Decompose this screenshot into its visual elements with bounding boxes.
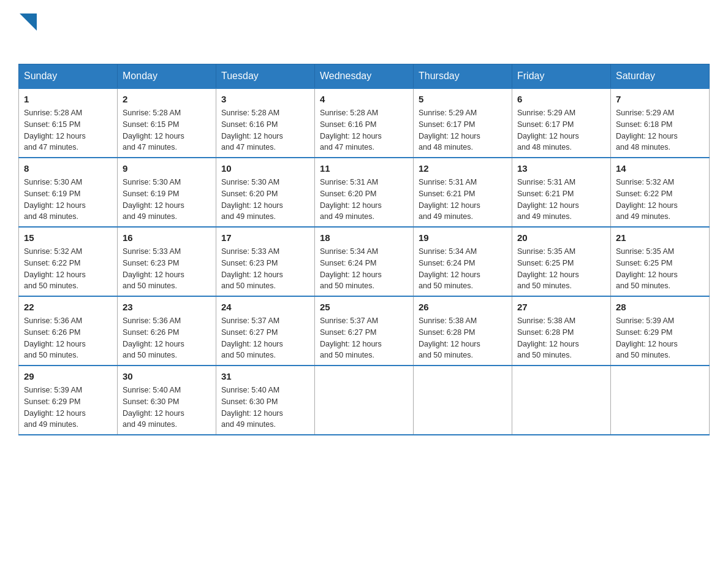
- header-thursday: Thursday: [414, 64, 512, 89]
- day-number: 11: [320, 162, 408, 175]
- day-number: 21: [616, 231, 704, 244]
- header-saturday: Saturday: [611, 64, 710, 89]
- calendar-day-cell: [512, 366, 611, 435]
- calendar-week-row: 29Sunrise: 5:39 AMSunset: 6:29 PMDayligh…: [19, 366, 710, 435]
- calendar-day-cell: 18Sunrise: 5:34 AMSunset: 6:24 PMDayligh…: [315, 227, 414, 296]
- day-number: 16: [123, 231, 211, 244]
- day-info: Sunrise: 5:35 AMSunset: 6:25 PMDaylight:…: [517, 246, 605, 292]
- day-info: Sunrise: 5:33 AMSunset: 6:23 PMDaylight:…: [123, 246, 211, 292]
- day-info: Sunrise: 5:33 AMSunset: 6:23 PMDaylight:…: [221, 246, 309, 292]
- day-info: Sunrise: 5:40 AMSunset: 6:30 PMDaylight:…: [123, 385, 211, 431]
- calendar-day-cell: [315, 366, 414, 435]
- calendar-day-cell: 22Sunrise: 5:36 AMSunset: 6:26 PMDayligh…: [19, 296, 118, 366]
- day-info: Sunrise: 5:37 AMSunset: 6:27 PMDaylight:…: [320, 315, 408, 361]
- day-info: Sunrise: 5:30 AMSunset: 6:19 PMDaylight:…: [123, 177, 211, 223]
- day-info: Sunrise: 5:28 AMSunset: 6:15 PMDaylight:…: [24, 107, 112, 153]
- day-info: Sunrise: 5:36 AMSunset: 6:26 PMDaylight:…: [123, 315, 211, 361]
- calendar-week-row: 8Sunrise: 5:30 AMSunset: 6:19 PMDaylight…: [19, 158, 710, 227]
- calendar-day-cell: 19Sunrise: 5:34 AMSunset: 6:24 PMDayligh…: [414, 227, 512, 296]
- day-number: 27: [517, 301, 605, 313]
- day-number: 24: [221, 301, 309, 313]
- calendar-day-cell: 6Sunrise: 5:29 AMSunset: 6:17 PMDaylight…: [512, 88, 611, 158]
- calendar-day-cell: [414, 366, 512, 435]
- day-info: Sunrise: 5:38 AMSunset: 6:28 PMDaylight:…: [517, 315, 605, 361]
- day-number: 5: [419, 93, 507, 105]
- calendar-day-cell: 11Sunrise: 5:31 AMSunset: 6:20 PMDayligh…: [315, 158, 414, 227]
- day-info: Sunrise: 5:32 AMSunset: 6:22 PMDaylight:…: [24, 246, 112, 292]
- day-number: 26: [419, 301, 507, 313]
- day-number: 18: [320, 231, 408, 244]
- calendar-day-cell: 21Sunrise: 5:35 AMSunset: 6:25 PMDayligh…: [611, 227, 710, 296]
- day-number: 1: [24, 93, 112, 105]
- day-info: Sunrise: 5:30 AMSunset: 6:20 PMDaylight:…: [221, 177, 309, 223]
- calendar-day-cell: 30Sunrise: 5:40 AMSunset: 6:30 PMDayligh…: [118, 366, 216, 435]
- day-number: 8: [24, 162, 112, 175]
- calendar-day-cell: 5Sunrise: 5:29 AMSunset: 6:17 PMDaylight…: [414, 88, 512, 158]
- day-number: 20: [517, 231, 605, 244]
- day-info: Sunrise: 5:34 AMSunset: 6:24 PMDaylight:…: [320, 246, 408, 292]
- day-number: 23: [123, 301, 211, 313]
- page-header: [18, 12, 710, 52]
- calendar-day-cell: 13Sunrise: 5:31 AMSunset: 6:21 PMDayligh…: [512, 158, 611, 227]
- calendar-day-cell: 10Sunrise: 5:30 AMSunset: 6:20 PMDayligh…: [216, 158, 315, 227]
- day-number: 30: [123, 370, 211, 383]
- calendar-table: Sunday Monday Tuesday Wednesday Thursday…: [18, 64, 710, 435]
- calendar-day-cell: 1Sunrise: 5:28 AMSunset: 6:15 PMDaylight…: [19, 88, 118, 158]
- svg-marker-0: [20, 13, 37, 31]
- calendar-day-cell: 23Sunrise: 5:36 AMSunset: 6:26 PMDayligh…: [118, 296, 216, 366]
- day-number: 9: [123, 162, 211, 175]
- calendar-week-row: 22Sunrise: 5:36 AMSunset: 6:26 PMDayligh…: [19, 296, 710, 366]
- header-wednesday: Wednesday: [315, 64, 414, 89]
- day-number: 22: [24, 301, 112, 313]
- calendar-day-cell: 2Sunrise: 5:28 AMSunset: 6:15 PMDaylight…: [118, 88, 216, 158]
- day-info: Sunrise: 5:38 AMSunset: 6:28 PMDaylight:…: [419, 315, 507, 361]
- calendar-day-cell: 20Sunrise: 5:35 AMSunset: 6:25 PMDayligh…: [512, 227, 611, 296]
- day-info: Sunrise: 5:31 AMSunset: 6:21 PMDaylight:…: [517, 177, 605, 223]
- calendar-day-cell: 24Sunrise: 5:37 AMSunset: 6:27 PMDayligh…: [216, 296, 315, 366]
- calendar-day-cell: 9Sunrise: 5:30 AMSunset: 6:19 PMDaylight…: [118, 158, 216, 227]
- day-info: Sunrise: 5:36 AMSunset: 6:26 PMDaylight:…: [24, 315, 112, 361]
- header-friday: Friday: [512, 64, 611, 89]
- day-info: Sunrise: 5:35 AMSunset: 6:25 PMDaylight:…: [616, 246, 704, 292]
- calendar-day-cell: 17Sunrise: 5:33 AMSunset: 6:23 PMDayligh…: [216, 227, 315, 296]
- logo: [18, 12, 37, 52]
- day-info: Sunrise: 5:32 AMSunset: 6:22 PMDaylight:…: [616, 177, 704, 223]
- header-monday: Monday: [118, 64, 216, 89]
- day-number: 31: [221, 370, 309, 383]
- day-number: 3: [221, 93, 309, 105]
- header-tuesday: Tuesday: [216, 64, 315, 89]
- calendar-day-cell: 12Sunrise: 5:31 AMSunset: 6:21 PMDayligh…: [414, 158, 512, 227]
- weekday-header-row: Sunday Monday Tuesday Wednesday Thursday…: [19, 64, 710, 89]
- calendar-day-cell: 26Sunrise: 5:38 AMSunset: 6:28 PMDayligh…: [414, 296, 512, 366]
- day-info: Sunrise: 5:39 AMSunset: 6:29 PMDaylight:…: [24, 385, 112, 431]
- day-number: 15: [24, 231, 112, 244]
- day-number: 10: [221, 162, 309, 175]
- day-number: 19: [419, 231, 507, 244]
- calendar-week-row: 15Sunrise: 5:32 AMSunset: 6:22 PMDayligh…: [19, 227, 710, 296]
- day-info: Sunrise: 5:28 AMSunset: 6:16 PMDaylight:…: [320, 107, 408, 153]
- calendar-week-row: 1Sunrise: 5:28 AMSunset: 6:15 PMDaylight…: [19, 88, 710, 158]
- day-info: Sunrise: 5:40 AMSunset: 6:30 PMDaylight:…: [221, 385, 309, 431]
- logo-triangle-icon: [20, 13, 37, 31]
- day-number: 29: [24, 370, 112, 383]
- day-number: 7: [616, 93, 704, 105]
- day-info: Sunrise: 5:34 AMSunset: 6:24 PMDaylight:…: [419, 246, 507, 292]
- calendar-day-cell: 25Sunrise: 5:37 AMSunset: 6:27 PMDayligh…: [315, 296, 414, 366]
- day-info: Sunrise: 5:39 AMSunset: 6:29 PMDaylight:…: [616, 315, 704, 361]
- calendar-day-cell: 28Sunrise: 5:39 AMSunset: 6:29 PMDayligh…: [611, 296, 710, 366]
- day-number: 25: [320, 301, 408, 313]
- calendar-day-cell: [611, 366, 710, 435]
- day-number: 28: [616, 301, 704, 313]
- calendar-day-cell: 3Sunrise: 5:28 AMSunset: 6:16 PMDaylight…: [216, 88, 315, 158]
- calendar-day-cell: 7Sunrise: 5:29 AMSunset: 6:18 PMDaylight…: [611, 88, 710, 158]
- calendar-day-cell: 4Sunrise: 5:28 AMSunset: 6:16 PMDaylight…: [315, 88, 414, 158]
- calendar-day-cell: 29Sunrise: 5:39 AMSunset: 6:29 PMDayligh…: [19, 366, 118, 435]
- day-info: Sunrise: 5:37 AMSunset: 6:27 PMDaylight:…: [221, 315, 309, 361]
- day-number: 17: [221, 231, 309, 244]
- day-number: 2: [123, 93, 211, 105]
- day-info: Sunrise: 5:29 AMSunset: 6:18 PMDaylight:…: [616, 107, 704, 153]
- day-info: Sunrise: 5:29 AMSunset: 6:17 PMDaylight:…: [419, 107, 507, 153]
- calendar-day-cell: 16Sunrise: 5:33 AMSunset: 6:23 PMDayligh…: [118, 227, 216, 296]
- day-number: 6: [517, 93, 605, 105]
- day-info: Sunrise: 5:31 AMSunset: 6:20 PMDaylight:…: [320, 177, 408, 223]
